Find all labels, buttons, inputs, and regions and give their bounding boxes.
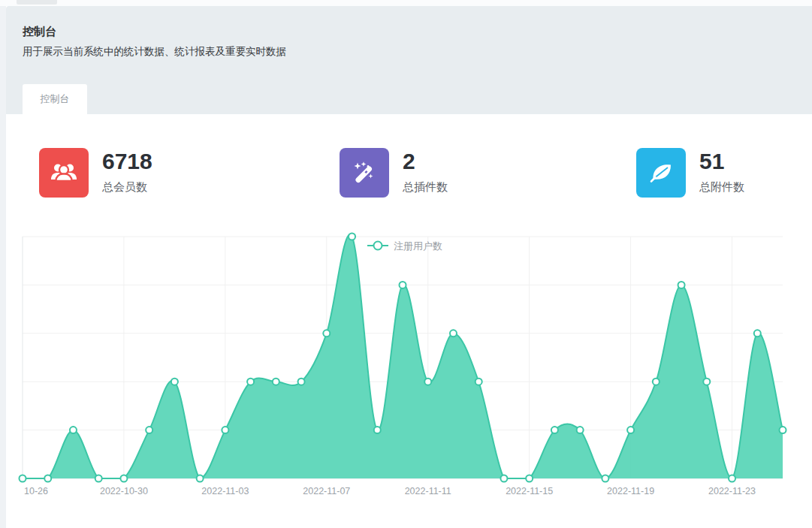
data-point-marker xyxy=(20,475,26,482)
data-point-marker xyxy=(703,379,710,385)
stat-label-plugins: 总插件数 xyxy=(403,180,448,195)
data-point-marker xyxy=(197,475,204,482)
data-point-marker xyxy=(222,427,228,433)
stat-label-members: 总会员数 xyxy=(102,180,152,195)
data-point-marker xyxy=(424,379,431,385)
data-point-marker xyxy=(450,330,457,336)
data-point-marker xyxy=(273,379,279,385)
stat-card-total-attachments: 51 总附件数 xyxy=(636,148,812,198)
data-point-marker xyxy=(551,427,558,433)
top-strip xyxy=(0,0,812,6)
top-tab-remnant xyxy=(17,0,57,5)
svg-text:2022-10-30: 2022-10-30 xyxy=(100,486,148,496)
series-registered-users xyxy=(20,234,786,482)
tab-console[interactable]: 控制台 xyxy=(23,84,87,114)
dashboard-page: 控制台 用于展示当前系统中的统计数据、统计报表及重要实时数据 控制台 xyxy=(0,0,812,528)
stat-text: 6718 总会员数 xyxy=(102,148,152,195)
stat-text: 51 总附件数 xyxy=(699,148,744,195)
data-point-marker xyxy=(146,427,152,433)
magic-wand-icon xyxy=(340,148,389,198)
svg-text:2022-11-07: 2022-11-07 xyxy=(303,486,350,496)
data-point-marker xyxy=(171,379,178,385)
data-point-marker xyxy=(577,427,584,433)
data-point-marker xyxy=(95,475,102,482)
svg-text:2022-11-03: 2022-11-03 xyxy=(201,486,249,496)
stat-text: 2 总插件数 xyxy=(403,148,448,195)
data-point-marker xyxy=(678,282,685,288)
svg-text:2022-11-19: 2022-11-19 xyxy=(607,486,654,496)
data-point-marker xyxy=(729,475,735,482)
data-point-marker xyxy=(500,475,507,482)
svg-text:2022-11-23: 2022-11-23 xyxy=(708,486,756,496)
stat-card-total-members: 6718 总会员数 xyxy=(39,148,340,198)
tab-console-label: 控制台 xyxy=(41,92,70,106)
data-point-marker xyxy=(349,234,355,240)
legend-marker-icon xyxy=(374,242,382,250)
data-point-marker xyxy=(374,427,381,433)
svg-text:2022-11-11: 2022-11-11 xyxy=(405,486,451,496)
svg-text:10-26: 10-26 xyxy=(24,486,48,496)
stat-value-plugins: 2 xyxy=(403,150,448,173)
data-point-marker xyxy=(754,330,761,336)
data-point-marker xyxy=(653,379,660,385)
stat-label-attachments: 总附件数 xyxy=(699,180,744,195)
legend-label: 注册用户数 xyxy=(394,240,442,252)
stat-card-total-plugins: 2 总插件数 xyxy=(340,148,636,198)
page-title: 控制台 xyxy=(23,25,56,39)
stat-value-attachments: 51 xyxy=(699,150,744,173)
data-point-marker xyxy=(323,330,330,336)
svg-text:2022-11-15: 2022-11-15 xyxy=(506,486,553,496)
data-point-marker xyxy=(247,379,254,385)
data-point-marker xyxy=(70,427,77,433)
data-point-marker xyxy=(400,282,406,288)
data-point-marker xyxy=(627,427,634,433)
legend-registered-users[interactable]: 注册用户数 xyxy=(367,240,442,252)
x-axis-labels: 10-262022-10-302022-11-032022-11-072022-… xyxy=(24,486,756,496)
data-point-marker xyxy=(44,475,51,482)
data-point-marker xyxy=(602,475,608,482)
data-point-marker xyxy=(780,427,786,433)
page-subtitle: 用于展示当前系统中的统计数据、统计报表及重要实时数据 xyxy=(23,45,286,59)
data-point-marker xyxy=(120,475,127,482)
leaf-icon xyxy=(636,148,686,198)
registered-users-chart[interactable]: 10-262022-10-302022-11-032022-11-072022-… xyxy=(0,225,812,528)
stats-row: 6718 总会员数 2 总插件数 xyxy=(39,148,812,198)
page-header: 控制台 用于展示当前系统中的统计数据、统计报表及重要实时数据 控制台 xyxy=(6,6,812,114)
users-group-icon xyxy=(39,148,89,198)
data-point-marker xyxy=(475,379,482,385)
stat-value-members: 6718 xyxy=(102,150,152,173)
data-point-marker xyxy=(298,379,305,385)
data-point-marker xyxy=(526,475,533,482)
